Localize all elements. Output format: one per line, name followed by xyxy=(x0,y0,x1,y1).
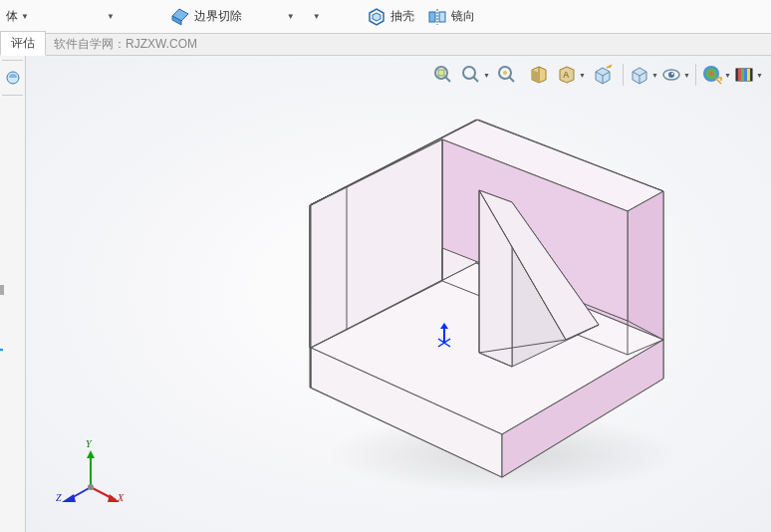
tab-bar: 评估 软件自学网：RJZXW.COM xyxy=(0,34,771,56)
separator-handle[interactable] xyxy=(0,285,4,295)
ribbon-bar: 体 ▼ ▼ 边界切除 ▼ ▼ 抽壳 镜向 xyxy=(0,0,771,34)
feature-manager-panel xyxy=(0,56,26,532)
panel-tab-1[interactable] xyxy=(0,65,25,91)
boundary-cut-icon xyxy=(169,6,191,28)
triad-z-label: Z xyxy=(56,492,62,503)
shell-button[interactable]: 抽壳 xyxy=(360,0,420,33)
chevron-down-icon: ▼ xyxy=(104,12,118,21)
view-triad[interactable]: Y X Z xyxy=(56,442,126,512)
mirror-label: 镜向 xyxy=(451,8,475,25)
model-bracket[interactable] xyxy=(26,56,771,532)
boundary-cut-button[interactable]: 边界切除 xyxy=(163,0,248,33)
dropdown-separator-1[interactable]: ▼ xyxy=(98,0,124,33)
dropdown-separator-3[interactable]: ▼ xyxy=(304,0,330,33)
chevron-down-icon: ▼ xyxy=(284,12,298,21)
dropdown-separator-2[interactable]: ▼ xyxy=(278,0,304,33)
rollback-bar[interactable] xyxy=(0,349,3,351)
chevron-down-icon: ▼ xyxy=(310,12,324,21)
origin-marker xyxy=(434,321,454,351)
shell-icon xyxy=(366,6,387,28)
triad-y-label: Y xyxy=(86,438,92,449)
svg-rect-0 xyxy=(429,12,435,22)
mirror-button[interactable]: 镜向 xyxy=(420,0,481,33)
boundary-cut-label: 边界切除 xyxy=(194,8,242,25)
shell-label: 抽壳 xyxy=(390,8,414,25)
body-label: 体 xyxy=(6,8,18,25)
triad-x-label: X xyxy=(118,492,124,503)
body-feature-button[interactable]: 体 ▼ xyxy=(0,0,38,33)
graphics-viewport[interactable]: ▼ A ▼ ▼ ▼ ▼ ▼ xyxy=(26,56,771,532)
svg-rect-1 xyxy=(439,12,445,22)
tab-evaluate[interactable]: 评估 xyxy=(0,31,46,56)
chevron-down-icon: ▼ xyxy=(18,12,32,21)
svg-point-26 xyxy=(88,484,94,490)
watermark-text: 软件自学网：RJZXW.COM xyxy=(46,34,197,55)
mirror-icon xyxy=(426,6,448,28)
